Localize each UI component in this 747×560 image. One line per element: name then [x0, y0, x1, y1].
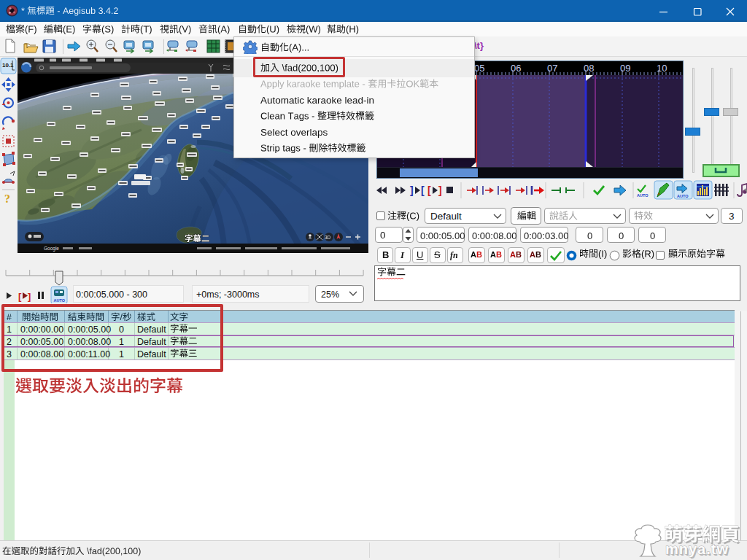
svg-text:Google: Google	[44, 246, 59, 252]
svg-text:[: [	[427, 184, 431, 196]
svg-text:mnya.tw: mnya.tw	[665, 541, 729, 557]
svg-text:07: 07	[547, 63, 557, 74]
svg-text:[: [	[421, 184, 425, 196]
svg-text:AUTO: AUTO	[677, 194, 689, 198]
svg-text:10: 10	[657, 63, 667, 74]
svg-text:05: 05	[474, 63, 484, 74]
svg-text:]: ]	[438, 184, 442, 196]
svg-text:AUTO: AUTO	[54, 298, 66, 303]
svg-text:]: ]	[28, 291, 31, 302]
svg-text:08: 08	[584, 63, 594, 74]
svg-text:?: ?	[4, 192, 10, 205]
svg-text:]: ]	[410, 184, 414, 196]
svg-text:09: 09	[620, 63, 630, 74]
svg-text:[: [	[18, 291, 22, 302]
svg-text:06: 06	[511, 63, 521, 74]
svg-text:AUTO: AUTO	[637, 193, 649, 198]
svg-text:3D: 3D	[325, 235, 331, 240]
